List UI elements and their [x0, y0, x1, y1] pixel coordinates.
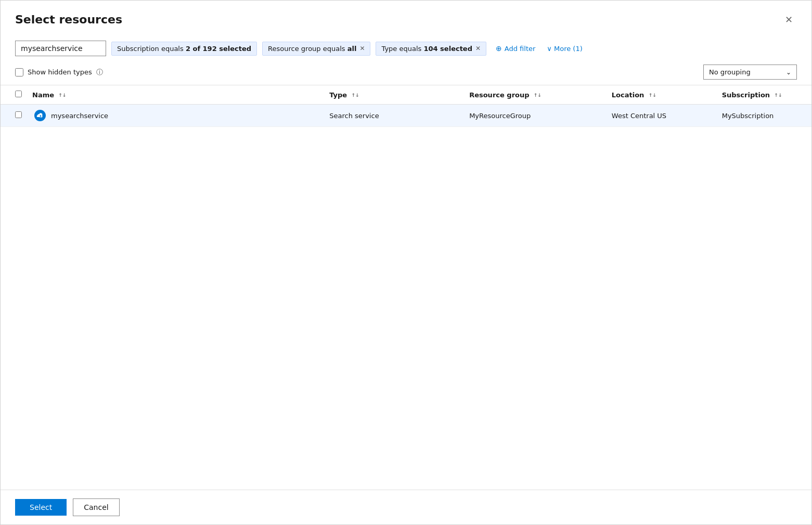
resource-name-cell: mysearchservice: [28, 105, 323, 127]
add-filter-icon: ⊕: [496, 44, 502, 53]
table-header-row: Name ↑↓ Type ↑↓ Resource group ↑↓ Locati…: [1, 85, 811, 105]
resource-table: Name ↑↓ Type ↑↓ Resource group ↑↓ Locati…: [1, 85, 811, 127]
type-column-header[interactable]: Type ↑↓: [323, 85, 463, 105]
more-button[interactable]: ∨ More (1): [547, 45, 582, 53]
search-input[interactable]: [15, 41, 106, 56]
dialog-title: Select resources: [15, 13, 122, 26]
resource-icon: [34, 110, 46, 121]
subscription-sort-icon: ↑↓: [775, 93, 782, 98]
subscription-filter-label: Subscription equals 2 of 192 selected: [117, 45, 251, 53]
resource-group-sort-icon: ↑↓: [534, 93, 542, 98]
grouping-dropdown[interactable]: No grouping ⌄: [703, 65, 797, 80]
resource-group-filter-label: Resource group equals all: [268, 45, 356, 53]
name-column-header[interactable]: Name ↑↓: [28, 85, 323, 105]
resource-group-column-header[interactable]: Resource group ↑↓: [463, 85, 605, 105]
dialog-footer: Select Cancel: [1, 490, 811, 524]
grouping-label: No grouping: [709, 68, 751, 76]
resource-location-text: West Central US: [612, 112, 666, 120]
cloud-search-icon: [36, 112, 44, 119]
info-icon: ⓘ: [96, 68, 103, 77]
resource-table-container: Name ↑↓ Type ↑↓ Resource group ↑↓ Locati…: [1, 85, 811, 490]
add-filter-button[interactable]: ⊕ Add filter: [492, 42, 539, 55]
resource-name-text: mysearchservice: [51, 112, 108, 120]
subscription-column-header[interactable]: Subscription ↑↓: [716, 85, 811, 105]
resource-type-cell: Search service: [323, 105, 463, 127]
location-column-label: Location: [612, 91, 645, 99]
show-hidden-label: Show hidden types: [28, 68, 92, 76]
resource-location-cell: West Central US: [605, 105, 716, 127]
location-sort-icon: ↑↓: [649, 93, 656, 98]
select-all-checkbox-cell: [1, 85, 28, 105]
resource-group-filter-chip[interactable]: Resource group equals all ✕: [262, 42, 370, 56]
row-checkbox-cell: [1, 105, 28, 127]
select-all-checkbox[interactable]: [15, 91, 22, 97]
type-filter-chip[interactable]: Type equals 104 selected ✕: [376, 42, 486, 56]
location-column-header[interactable]: Location ↑↓: [605, 85, 716, 105]
select-button[interactable]: Select: [15, 499, 67, 516]
type-filter-label: Type equals 104 selected: [381, 45, 472, 53]
chevron-down-icon: ⌄: [786, 69, 791, 76]
resource-subscription-cell: MySubscription: [716, 105, 811, 127]
name-sort-icon: ↑↓: [59, 93, 67, 98]
resource-group-column-label: Resource group: [469, 91, 529, 99]
type-sort-icon: ↑↓: [352, 93, 359, 98]
resource-subscription-text: MySubscription: [722, 112, 774, 120]
resource-type-text: Search service: [329, 112, 379, 120]
resource-group-cell: MyResourceGroup: [463, 105, 605, 127]
type-column-label: Type: [329, 91, 347, 99]
name-column-label: Name: [32, 91, 54, 99]
options-bar: Show hidden types ⓘ No grouping ⌄: [1, 61, 811, 85]
subscription-column-label: Subscription: [722, 91, 770, 99]
close-button[interactable]: ✕: [781, 12, 797, 27]
subscription-filter-chip[interactable]: Subscription equals 2 of 192 selected: [111, 42, 257, 56]
resource-group-filter-remove[interactable]: ✕: [359, 45, 365, 52]
show-hidden-checkbox[interactable]: [15, 68, 23, 76]
select-resources-dialog: Select resources ✕ Subscription equals 2…: [0, 0, 812, 525]
filter-bar: Subscription equals 2 of 192 selected Re…: [1, 35, 811, 61]
show-hidden-container: Show hidden types ⓘ: [15, 68, 103, 77]
add-filter-label: Add filter: [505, 45, 536, 53]
table-row[interactable]: mysearchservice Search service MyResourc…: [1, 105, 811, 127]
type-filter-remove[interactable]: ✕: [475, 45, 481, 52]
cancel-button[interactable]: Cancel: [73, 498, 119, 516]
row-checkbox[interactable]: [15, 111, 22, 118]
dialog-header: Select resources ✕: [1, 1, 811, 35]
resource-group-text: MyResourceGroup: [469, 112, 531, 120]
